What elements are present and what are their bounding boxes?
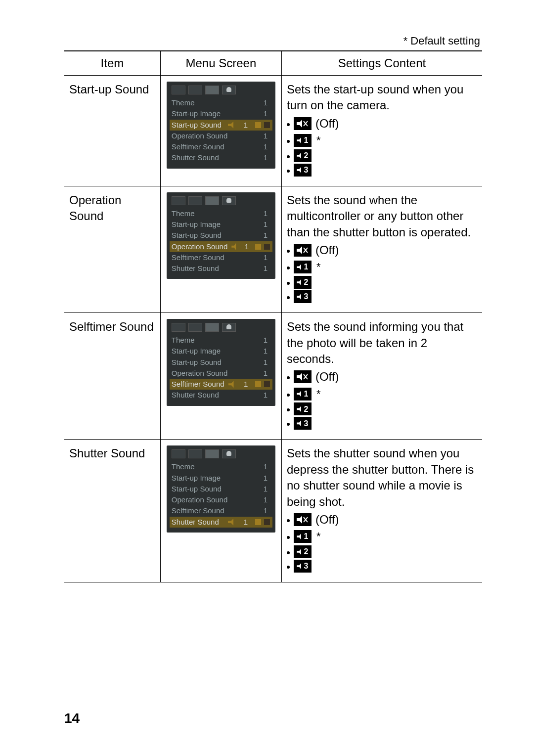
sound-off-icon <box>294 117 312 130</box>
col-settings-content: Settings Content <box>281 51 482 76</box>
lcd-row-label: Start-up Sound <box>172 357 257 367</box>
bullet-icon <box>287 267 290 269</box>
lcd-option-dots <box>255 381 270 388</box>
table-row: Operation SoundTheme1Start-up Image1Star… <box>64 186 482 312</box>
lcd-row: Start-up Sound1 <box>172 357 270 368</box>
lcd-row: Operation Sound1 <box>172 494 270 505</box>
speaker-off-icon <box>228 519 236 526</box>
option-1: 1 * <box>287 133 477 148</box>
lcd-tab-mycamera-icon <box>222 449 236 458</box>
lcd-row: Shutter Sound1 <box>172 390 270 400</box>
lcd-row-value: 1 <box>261 357 270 367</box>
bullet-icon <box>287 566 290 569</box>
lcd-row: Start-up Image1 <box>172 108 270 119</box>
lcd-row-label: Start-up Sound <box>172 484 257 494</box>
sound-3-icon: 3 <box>294 164 312 177</box>
option-off: (Off) <box>287 242 477 258</box>
lcd-row: Start-up Sound1 <box>172 230 270 241</box>
lcd-row: Selftimer Sound1 <box>172 505 270 516</box>
bullet-icon <box>287 423 290 426</box>
lcd-row: Selftimer Sound1 <box>172 141 270 152</box>
lcd-row: Theme1 <box>172 335 270 346</box>
svg-marker-0 <box>297 120 302 128</box>
lcd-row-value: 1 <box>261 346 270 356</box>
lcd-row: Shutter Sound1 <box>172 263 270 274</box>
lcd-row-label: Selftimer Sound <box>172 253 257 263</box>
option-2: 2 <box>287 149 477 162</box>
sound-off-icon <box>294 513 312 526</box>
lcd-tab-mycamera-icon <box>222 196 236 205</box>
lcd-row: Start-up Image1 <box>172 346 270 356</box>
lcd-row-label: Shutter Sound <box>172 264 257 273</box>
lcd-row-value: 1 <box>261 368 270 378</box>
lcd-tab-active <box>205 86 219 94</box>
lcd-row-value: 1 <box>261 495 270 505</box>
bullet-icon <box>287 536 290 539</box>
col-menu-screen: Menu Screen <box>160 51 281 76</box>
lcd-row-value: 1 <box>243 242 251 252</box>
lcd-dot <box>255 381 262 388</box>
lcd-row-value: 1 <box>261 153 270 163</box>
svg-marker-3 <box>297 246 302 254</box>
settings-table: Item Menu Screen Settings Content Start-… <box>64 50 482 582</box>
lcd-row-label: Operation Sound <box>172 495 257 505</box>
lcd-row: Shutter Sound1 <box>170 517 272 528</box>
speaker-off-icon <box>228 122 236 129</box>
lcd-option-dots <box>255 243 270 250</box>
options-list: (Off)1 *23 <box>287 512 477 573</box>
option-2: 2 <box>287 545 477 558</box>
cell-settings-content: Sets the sound when the multicontroller … <box>281 186 482 312</box>
cell-menu-screen: Theme1Start-up Image1Start-up Sound1Oper… <box>160 186 281 312</box>
lcd-row: Operation Sound1 <box>172 131 270 141</box>
lcd-tab-mycamera-icon <box>222 86 236 94</box>
table-body: Start-up SoundTheme1Start-up Image1Start… <box>64 76 482 582</box>
lcd-row-label: Shutter Sound <box>172 517 224 527</box>
lcd-row-value: 1 <box>261 131 270 141</box>
lcd-row-label: Theme <box>172 98 257 108</box>
option-3: 3 <box>287 164 477 177</box>
option-3: 3 <box>287 417 477 430</box>
svg-marker-6 <box>297 373 302 381</box>
options-list: (Off)1 *23 <box>287 369 477 430</box>
lcd-panel: Theme1Start-up Image1Start-up Sound1Oper… <box>167 82 275 169</box>
lcd-row: Selftimer Sound1 <box>170 379 272 390</box>
bullet-icon <box>287 551 290 554</box>
option-3: 3 <box>287 560 477 573</box>
lcd-row-label: Start-up Image <box>172 109 257 119</box>
lcd-row-label: Operation Sound <box>172 368 257 378</box>
lcd-row: Selftimer Sound1 <box>172 252 270 263</box>
lcd-row-value: 1 <box>261 473 270 483</box>
lcd-row-value: 1 <box>261 209 270 219</box>
lcd-dot <box>264 519 270 526</box>
bullet-icon <box>287 123 290 126</box>
option-2: 2 <box>287 402 477 415</box>
settings-description: Sets the shutter sound when you depress … <box>287 445 477 510</box>
lcd-row-value: 1 <box>241 379 251 389</box>
option-1: 1 * <box>287 260 477 274</box>
lcd-row-label: Start-up Image <box>172 473 257 483</box>
lcd-dot <box>255 519 262 526</box>
lcd-row-label: Selftimer Sound <box>172 506 257 516</box>
lcd-row: Start-up Image1 <box>172 473 270 484</box>
lcd-tab <box>188 449 202 458</box>
lcd-row-label: Theme <box>172 462 257 472</box>
lcd-dot <box>264 122 270 129</box>
lcd-tab <box>188 323 202 332</box>
menu-screenshot: Theme1Start-up Image1Start-up Sound1Oper… <box>167 192 275 279</box>
lcd-row-label: Start-up Sound <box>172 120 224 130</box>
lcd-option-dots <box>255 122 270 129</box>
lcd-row-label: Shutter Sound <box>172 153 257 163</box>
lcd-tabs <box>172 449 270 458</box>
options-list: (Off)1 *23 <box>287 116 477 177</box>
off-label: (Off) <box>315 512 339 528</box>
lcd-tab-active <box>205 323 219 332</box>
lcd-tab <box>172 196 185 205</box>
sound-off-icon <box>294 370 312 383</box>
cell-settings-content: Sets the sound informing you that the ph… <box>281 313 482 440</box>
menu-screenshot: Theme1Start-up Image1Start-up Sound1Oper… <box>167 82 275 169</box>
lcd-row-label: Selftimer Sound <box>172 142 257 152</box>
default-setting-note: * Default setting <box>64 35 482 47</box>
lcd-row: Theme1 <box>172 208 270 219</box>
bullet-icon <box>287 394 290 397</box>
bullet-icon <box>287 155 290 158</box>
